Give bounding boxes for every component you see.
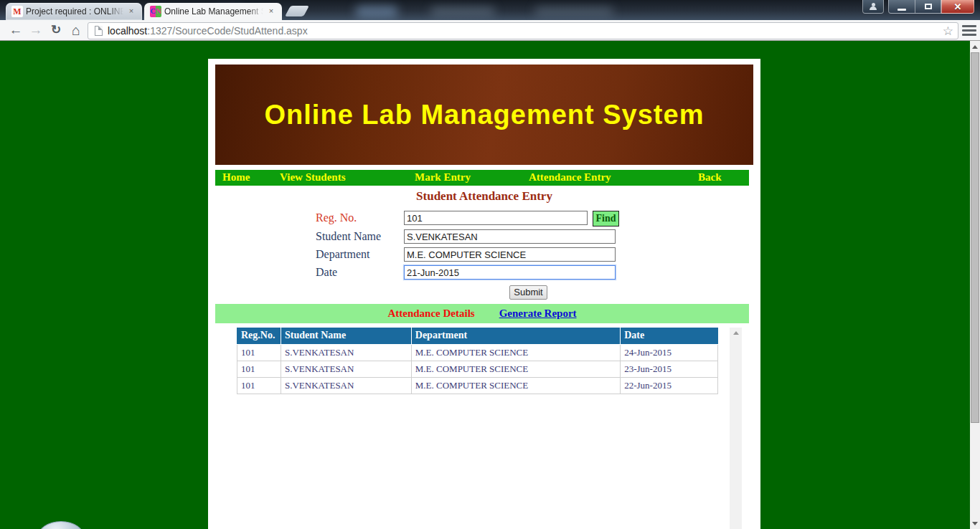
table-header-row: Reg.No. Student Name Department Date: [237, 328, 718, 344]
forward-icon[interactable]: →: [26, 21, 46, 39]
minimize-button[interactable]: [888, 0, 915, 14]
url-text[interactable]: localhost:1327/SourceCode/StudAttend.asp…: [108, 25, 308, 37]
window-controls: ✕: [862, 0, 974, 14]
content-area: Online Lab Management System Home View S…: [208, 59, 760, 529]
home-icon[interactable]: ⌂: [66, 21, 86, 39]
scrollbar-down-arrow-icon[interactable]: [970, 519, 980, 528]
page-document-icon: [95, 26, 103, 36]
tab-online-lab-management[interactable]: CN Online Lab Management S ×: [144, 3, 282, 20]
minimize-icon: [897, 9, 906, 11]
tab-title: Online Lab Management S: [164, 6, 263, 16]
submit-button[interactable]: Submit: [509, 285, 547, 300]
page-title: Student Attendance Entry: [208, 189, 760, 204]
back-icon[interactable]: ←: [6, 21, 26, 39]
department-label: Department: [316, 248, 370, 261]
reg-no-input[interactable]: [404, 211, 588, 225]
browser-toolbar: ← → ↻ ⌂ localhost:1327/SourceCode/StudAt…: [0, 20, 980, 41]
reg-no-label: Reg. No.: [316, 211, 357, 224]
date-label: Date: [316, 266, 337, 279]
reload-icon[interactable]: ↻: [46, 21, 66, 39]
address-bar[interactable]: localhost:1327/SourceCode/StudAttend.asp…: [88, 22, 958, 39]
chrome-menu-icon[interactable]: [962, 25, 976, 37]
generate-report-link[interactable]: Generate Report: [499, 308, 577, 320]
tab-close-icon[interactable]: ×: [126, 6, 136, 16]
maximize-button[interactable]: [915, 0, 941, 14]
aero-glass-blob: [534, 7, 613, 16]
aero-glass-blob: [430, 7, 495, 16]
tab-close-icon[interactable]: ×: [266, 6, 276, 16]
site-nav-bar: Home View Students Mark Entry Attendance…: [215, 170, 749, 186]
taskbar-peek-circle: [37, 521, 85, 529]
scrollbar-up-arrow-icon[interactable]: [970, 42, 980, 51]
aero-glass-blob: [355, 6, 398, 17]
browser-titlebar: M Project required : ONLINE × CN Online …: [0, 0, 980, 20]
attendance-details-title: Attendance Details: [387, 308, 474, 320]
site-title: Online Lab Management System: [265, 100, 705, 130]
department-input[interactable]: [404, 247, 616, 262]
nav-link-attendance-entry[interactable]: Attendance Entry: [529, 171, 611, 184]
tab-gmail-project-required[interactable]: M Project required : ONLINE ×: [6, 3, 142, 20]
table-row: 101 S.VENKATESAN M.E. COMPUTER SCIENCE 2…: [237, 344, 718, 361]
date-input[interactable]: [404, 265, 616, 280]
browser-scrollbar[interactable]: [970, 41, 980, 529]
profile-button[interactable]: [862, 0, 884, 14]
table-row: 101 S.VENKATESAN M.E. COMPUTER SCIENCE 2…: [237, 361, 718, 377]
header-reg-no: Reg.No.: [237, 328, 281, 344]
nav-link-back[interactable]: Back: [698, 171, 722, 184]
header-department: Department: [411, 328, 620, 344]
attendance-table: Reg.No. Student Name Department Date 101…: [237, 328, 718, 394]
nav-link-home[interactable]: Home: [222, 171, 250, 184]
maximize-icon: [925, 4, 932, 9]
student-name-label: Student Name: [316, 230, 381, 243]
close-icon: ✕: [954, 1, 962, 12]
site-header-banner: Online Lab Management System: [215, 65, 753, 165]
person-icon: [870, 3, 877, 10]
nav-link-mark-entry[interactable]: Mark Entry: [415, 171, 471, 184]
new-tab-button[interactable]: [285, 6, 309, 16]
header-date: Date: [621, 328, 718, 344]
student-name-input[interactable]: [404, 229, 616, 244]
table-row: 101 S.VENKATESAN M.E. COMPUTER SCIENCE 2…: [237, 377, 718, 394]
nav-link-view-students[interactable]: View Students: [280, 171, 346, 184]
gmail-favicon-icon: M: [11, 6, 23, 17]
table-panel-scrollbar[interactable]: [730, 328, 742, 529]
find-button[interactable]: Find: [593, 211, 619, 227]
cn-favicon-icon: CN: [150, 6, 161, 17]
attendance-details-bar: Attendance Details Generate Report: [215, 304, 749, 323]
header-student-name: Student Name: [281, 328, 411, 344]
scroll-up-arrow-icon[interactable]: [730, 328, 742, 338]
tab-title: Project required : ONLINE: [26, 6, 123, 16]
scrollbar-thumb[interactable]: [971, 52, 979, 423]
close-button[interactable]: ✕: [941, 0, 974, 14]
web-page: Online Lab Management System Home View S…: [0, 41, 980, 529]
bookmark-star-icon[interactable]: ☆: [943, 24, 953, 39]
